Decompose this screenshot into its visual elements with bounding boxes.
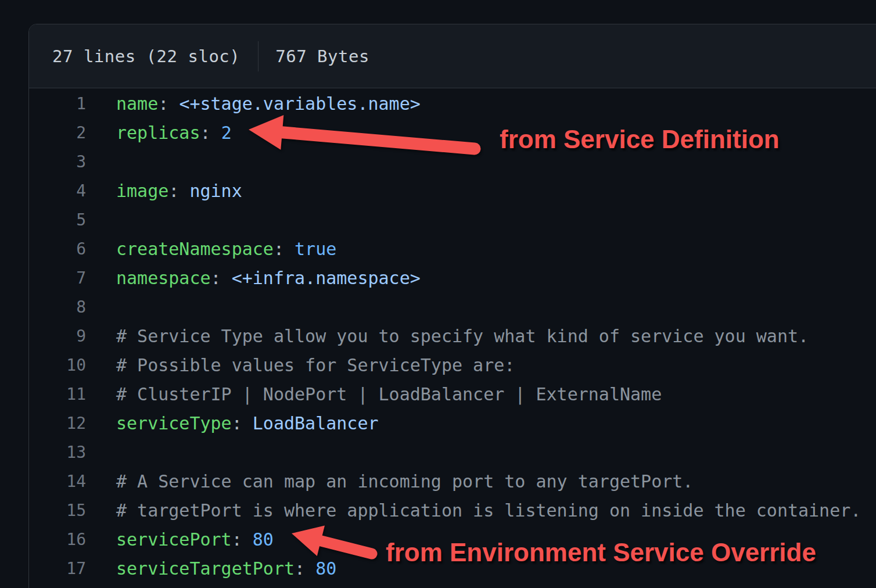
- code-line: 8: [29, 292, 876, 321]
- line-content: createNamespace: true: [116, 239, 336, 259]
- line-number[interactable]: 8: [29, 297, 86, 317]
- line-content: # targetPort is where application is lis…: [116, 500, 861, 521]
- line-number[interactable]: 2: [29, 123, 86, 142]
- annotation-environment-override: from Environment Service Override: [386, 538, 816, 567]
- file-viewer-box: 27 lines (22 sloc) 767 Bytes 1name: <+st…: [28, 24, 876, 588]
- page: 27 lines (22 sloc) 767 Bytes 1name: <+st…: [0, 0, 876, 588]
- line-content: servicePort: 80: [116, 529, 274, 550]
- code-line: 15# targetPort is where application is l…: [29, 496, 876, 525]
- line-number[interactable]: 10: [29, 356, 86, 375]
- line-number[interactable]: 17: [29, 559, 86, 578]
- annotation-service-definition: from Service Definition: [500, 125, 780, 154]
- line-number[interactable]: 7: [29, 268, 86, 288]
- header-divider: [258, 41, 259, 71]
- line-content: serviceType: LoadBalancer: [116, 413, 379, 433]
- line-number[interactable]: 5: [29, 210, 86, 230]
- code-line: 9# Service Type allow you to specify wha…: [29, 321, 876, 350]
- line-number[interactable]: 16: [29, 530, 86, 549]
- line-number[interactable]: 14: [29, 472, 86, 491]
- code-line: 13: [29, 438, 876, 467]
- red-arrow-to-replicas-icon: [244, 112, 482, 167]
- code-line: 5: [29, 205, 876, 234]
- file-lines-info: 27 lines (22 sloc): [52, 46, 240, 66]
- line-content: # ClusterIP | NodePort | LoadBalancer | …: [116, 384, 662, 404]
- line-number[interactable]: 6: [29, 239, 86, 259]
- line-number[interactable]: 9: [29, 327, 86, 346]
- line-content: image: nginx: [116, 181, 242, 201]
- line-number[interactable]: 3: [29, 152, 86, 171]
- code-line: 12serviceType: LoadBalancer: [29, 408, 876, 438]
- line-number[interactable]: 15: [29, 501, 86, 520]
- line-content: name: <+stage.variables.name>: [116, 94, 421, 114]
- line-number[interactable]: 4: [29, 181, 86, 200]
- file-info-bar: 27 lines (22 sloc) 767 Bytes: [29, 24, 876, 88]
- line-content: namespace: <+infra.namespace>: [116, 268, 421, 288]
- line-content: # Service Type allow you to specify what…: [116, 326, 809, 346]
- line-content: # Possible values for ServiceType are:: [116, 355, 515, 375]
- line-number[interactable]: 12: [29, 414, 86, 433]
- line-number[interactable]: 13: [29, 443, 86, 462]
- red-arrow-to-serviceport-icon: [283, 522, 385, 568]
- code-line: 7namespace: <+infra.namespace>: [29, 263, 876, 292]
- code-line: 14# A Service can map an incoming port t…: [29, 467, 876, 496]
- line-number[interactable]: 11: [29, 385, 86, 404]
- code-line: 4image: nginx: [29, 176, 876, 205]
- line-content: replicas: 2: [116, 123, 232, 143]
- line-content: # A Service can map an incoming port to …: [116, 471, 693, 492]
- file-size: 767 Bytes: [275, 46, 369, 66]
- line-number[interactable]: 1: [29, 94, 86, 113]
- code-line: 10# Possible values for ServiceType are:: [29, 350, 876, 379]
- code-line: 11# ClusterIP | NodePort | LoadBalancer …: [29, 379, 876, 408]
- code-line: 6createNamespace: true: [29, 234, 876, 263]
